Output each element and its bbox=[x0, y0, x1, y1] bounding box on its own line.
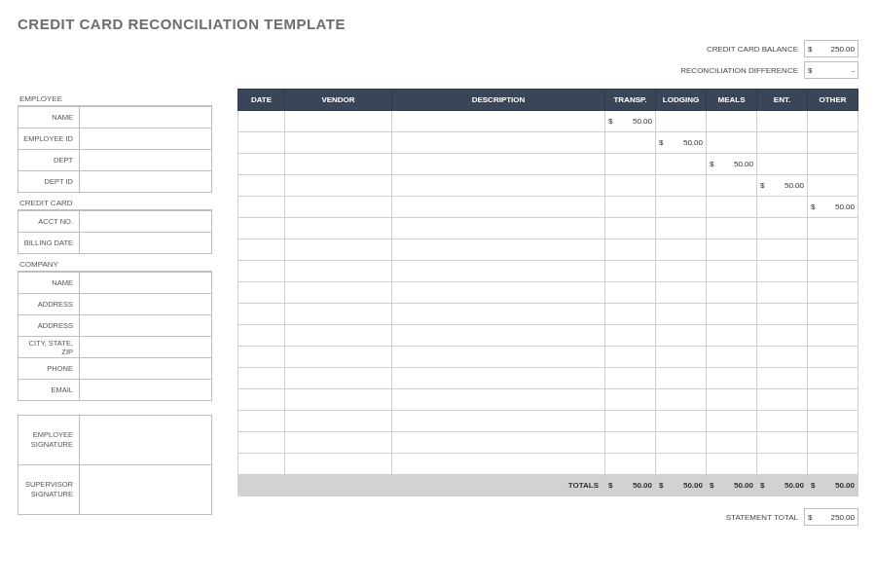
grid-cell-meals[interactable] bbox=[707, 111, 757, 132]
grid-cell[interactable] bbox=[392, 432, 605, 454]
grid-cell-ent[interactable] bbox=[757, 261, 808, 282]
grid-cell[interactable] bbox=[238, 111, 285, 132]
grid-cell[interactable] bbox=[238, 282, 285, 304]
grid-cell-lodging[interactable] bbox=[656, 282, 707, 304]
grid-cell-transp[interactable] bbox=[605, 325, 656, 347]
grid-cell[interactable] bbox=[285, 197, 392, 218]
grid-cell-other[interactable] bbox=[808, 218, 858, 239]
grid-cell[interactable] bbox=[285, 132, 392, 154]
grid-cell-lodging[interactable] bbox=[656, 347, 707, 368]
grid-cell[interactable] bbox=[392, 304, 605, 325]
grid-cell-ent[interactable] bbox=[757, 325, 808, 347]
grid-cell-lodging[interactable] bbox=[656, 239, 707, 261]
grid-cell[interactable] bbox=[285, 218, 392, 239]
grid-cell-other[interactable] bbox=[808, 239, 858, 261]
grid-cell-other[interactable] bbox=[808, 389, 858, 411]
grid-cell[interactable] bbox=[238, 347, 285, 368]
grid-cell[interactable] bbox=[238, 411, 285, 432]
input-address2[interactable] bbox=[80, 315, 212, 337]
grid-cell-lodging[interactable] bbox=[656, 368, 707, 389]
grid-cell[interactable] bbox=[392, 154, 605, 175]
grid-cell-meals[interactable] bbox=[707, 197, 757, 218]
grid-cell-other[interactable] bbox=[808, 347, 858, 368]
grid-cell[interactable] bbox=[392, 132, 605, 154]
grid-cell-meals[interactable] bbox=[707, 325, 757, 347]
grid-cell-lodging[interactable] bbox=[656, 197, 707, 218]
grid-cell[interactable] bbox=[392, 368, 605, 389]
grid-cell[interactable] bbox=[238, 304, 285, 325]
grid-cell-lodging[interactable] bbox=[656, 175, 707, 197]
grid-cell-ent[interactable] bbox=[757, 389, 808, 411]
grid-cell-transp[interactable] bbox=[605, 218, 656, 239]
input-employee-id[interactable] bbox=[80, 129, 212, 150]
grid-cell-other[interactable] bbox=[808, 368, 858, 389]
grid-cell[interactable] bbox=[285, 304, 392, 325]
grid-cell-meals[interactable]: $50.00 bbox=[707, 154, 757, 175]
grid-cell-transp[interactable] bbox=[605, 389, 656, 411]
grid-cell-meals[interactable] bbox=[707, 432, 757, 454]
grid-cell[interactable] bbox=[238, 218, 285, 239]
grid-cell[interactable] bbox=[238, 454, 285, 475]
grid-cell-meals[interactable] bbox=[707, 304, 757, 325]
grid-cell-ent[interactable] bbox=[757, 218, 808, 239]
grid-cell-transp[interactable] bbox=[605, 368, 656, 389]
grid-cell-other[interactable] bbox=[808, 175, 858, 197]
grid-cell[interactable] bbox=[392, 197, 605, 218]
grid-cell-ent[interactable] bbox=[757, 132, 808, 154]
grid-cell[interactable] bbox=[285, 154, 392, 175]
grid-cell-other[interactable] bbox=[808, 132, 858, 154]
grid-cell[interactable] bbox=[285, 347, 392, 368]
grid-cell[interactable] bbox=[392, 261, 605, 282]
grid-cell[interactable] bbox=[285, 239, 392, 261]
grid-cell-meals[interactable] bbox=[707, 347, 757, 368]
grid-cell-lodging[interactable] bbox=[656, 111, 707, 132]
employee-signature-area[interactable] bbox=[80, 416, 211, 464]
grid-cell-other[interactable] bbox=[808, 154, 858, 175]
grid-cell[interactable] bbox=[392, 239, 605, 261]
grid-cell-other[interactable] bbox=[808, 261, 858, 282]
grid-cell[interactable] bbox=[285, 261, 392, 282]
grid-cell-transp[interactable] bbox=[605, 132, 656, 154]
grid-cell[interactable] bbox=[238, 368, 285, 389]
grid-cell[interactable] bbox=[392, 454, 605, 475]
grid-cell-transp[interactable] bbox=[605, 347, 656, 368]
grid-cell-lodging[interactable] bbox=[656, 218, 707, 239]
grid-cell-ent[interactable] bbox=[757, 154, 808, 175]
grid-cell-transp[interactable] bbox=[605, 239, 656, 261]
input-email[interactable] bbox=[80, 380, 212, 401]
grid-cell-ent[interactable] bbox=[757, 282, 808, 304]
grid-cell[interactable] bbox=[392, 175, 605, 197]
input-csz[interactable] bbox=[80, 337, 212, 358]
grid-cell-other[interactable]: $50.00 bbox=[808, 197, 858, 218]
grid-cell-ent[interactable] bbox=[757, 239, 808, 261]
grid-cell[interactable] bbox=[285, 282, 392, 304]
grid-cell-other[interactable] bbox=[808, 304, 858, 325]
grid-cell[interactable] bbox=[392, 218, 605, 239]
grid-cell-lodging[interactable] bbox=[656, 154, 707, 175]
grid-cell-other[interactable] bbox=[808, 432, 858, 454]
grid-cell[interactable] bbox=[392, 111, 605, 132]
grid-cell-ent[interactable] bbox=[757, 454, 808, 475]
grid-cell-other[interactable] bbox=[808, 454, 858, 475]
grid-cell[interactable] bbox=[392, 411, 605, 432]
grid-cell-transp[interactable] bbox=[605, 282, 656, 304]
grid-cell-ent[interactable]: $50.00 bbox=[757, 175, 808, 197]
grid-cell[interactable] bbox=[238, 154, 285, 175]
grid-cell[interactable] bbox=[285, 389, 392, 411]
grid-cell-transp[interactable] bbox=[605, 304, 656, 325]
grid-cell-transp[interactable] bbox=[605, 432, 656, 454]
grid-cell-other[interactable] bbox=[808, 325, 858, 347]
grid-cell-lodging[interactable] bbox=[656, 432, 707, 454]
input-name[interactable] bbox=[80, 107, 212, 129]
grid-cell[interactable] bbox=[238, 325, 285, 347]
input-address1[interactable] bbox=[80, 294, 212, 315]
grid-cell[interactable] bbox=[392, 347, 605, 368]
grid-cell[interactable] bbox=[238, 132, 285, 154]
grid-cell[interactable] bbox=[238, 239, 285, 261]
grid-cell-meals[interactable] bbox=[707, 261, 757, 282]
grid-cell[interactable] bbox=[238, 432, 285, 454]
grid-cell-meals[interactable] bbox=[707, 175, 757, 197]
input-acct-no[interactable] bbox=[80, 211, 212, 233]
grid-cell-meals[interactable] bbox=[707, 454, 757, 475]
grid-cell-lodging[interactable] bbox=[656, 325, 707, 347]
